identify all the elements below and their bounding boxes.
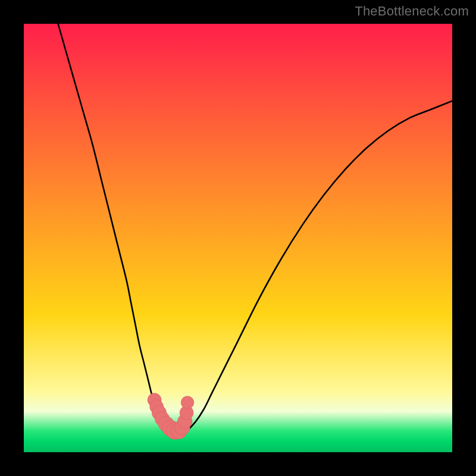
bead-cluster [148, 393, 194, 440]
watermark-text: TheBottleneck.com [355, 4, 469, 19]
chart-stage: TheBottleneck.com [0, 0, 476, 476]
bead-point [181, 396, 194, 409]
curve-layer [24, 24, 452, 452]
plot-area [24, 24, 452, 452]
bottleneck-curve [58, 24, 452, 436]
